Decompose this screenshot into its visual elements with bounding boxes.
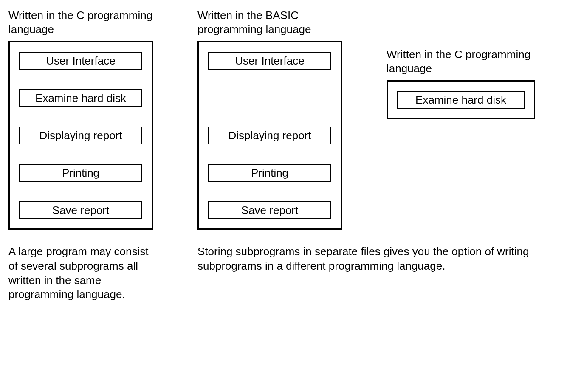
subprogram-examine-hard-disk: Examine hard disk xyxy=(19,89,142,107)
subprogram-save-report: Save report xyxy=(208,201,331,219)
column-left: Written in the C programming language Us… xyxy=(8,8,153,230)
subprogram-examine-hard-disk: Examine hard disk xyxy=(397,91,525,109)
left-heading: Written in the C programming language xyxy=(8,8,153,36)
left-program-box: User Interface Examine hard disk Display… xyxy=(8,41,153,230)
subprogram-displaying-report: Displaying report xyxy=(208,127,331,144)
caption-right: Storing subprograms in separate files gi… xyxy=(197,245,537,302)
diagram-container: Written in the C programming language Us… xyxy=(8,8,576,230)
caption-left: A large program may consist of several s… xyxy=(8,245,153,302)
subprogram-displaying-report: Displaying report xyxy=(19,127,142,144)
subprogram-user-interface: User Interface xyxy=(208,52,331,70)
column-middle: Written in the BASIC programming languag… xyxy=(197,8,342,230)
middle-heading: Written in the BASIC programming languag… xyxy=(197,8,342,36)
middle-program-box: User Interface Displaying report Printin… xyxy=(197,41,342,230)
subprogram-printing: Printing xyxy=(208,164,331,182)
right-heading: Written in the C programming language xyxy=(387,48,552,75)
subprogram-user-interface: User Interface xyxy=(19,52,142,70)
subprogram-printing: Printing xyxy=(19,164,142,182)
captions-row: A large program may consist of several s… xyxy=(8,245,576,302)
column-right: Written in the C programming language Ex… xyxy=(387,48,552,119)
subprogram-save-report: Save report xyxy=(19,201,142,219)
right-program-box: Examine hard disk xyxy=(387,80,535,119)
